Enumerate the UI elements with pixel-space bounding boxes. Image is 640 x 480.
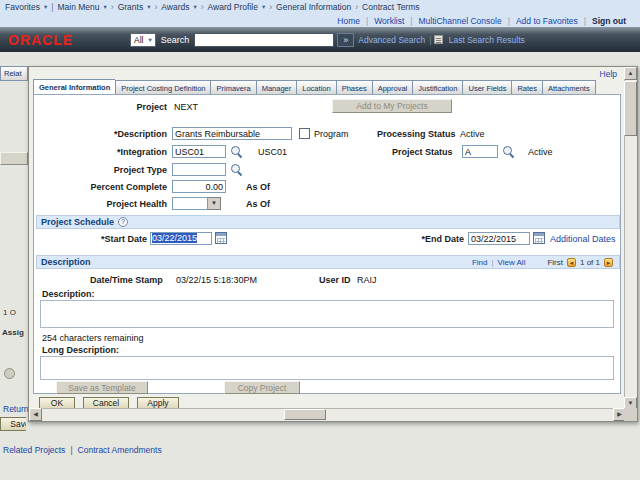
tab-manager[interactable]: Manager [256,80,297,95]
utility-bar: Home | Worklist | MultiChannel Console |… [0,14,640,27]
percent-complete-input[interactable] [172,180,226,193]
project-status-label: Project Status [392,147,453,157]
home-link[interactable]: Home [337,16,360,26]
breadcrumb-grants[interactable]: Grants [118,2,144,12]
advanced-search-link[interactable]: Advanced Search [358,35,425,45]
tab-rates[interactable]: Rates [511,80,542,95]
scroll-left-icon[interactable]: ◀ [29,408,42,421]
link-separator: | [429,35,431,45]
program-checkbox[interactable] [299,128,310,139]
section-navigation: Find | View All First ◂ 1 of 1 ▸ [472,258,615,267]
breadcrumb-awards[interactable]: Awards [161,2,189,12]
breadcrumb-separator: › [201,2,204,12]
search-scope-select[interactable]: All ▾ [130,33,156,47]
horizontal-scrollbar[interactable]: ◀ ▶ [29,408,626,421]
breadcrumb-separator: | [51,2,53,12]
project-status-lookup-icon[interactable] [502,145,514,157]
pager-next-icon[interactable]: ▸ [604,258,613,267]
link-separator: | [584,16,586,26]
project-status-input[interactable] [462,145,498,158]
as-of-label: As Of [246,182,270,192]
search-go-button[interactable]: » [337,33,354,47]
breadcrumb-separator: › [111,2,114,12]
last-search-results-icon [434,35,443,44]
breadcrumb-favorites[interactable]: Favorites [5,2,40,12]
last-search-results-link[interactable]: Last Search Results [449,35,525,45]
vertical-scrollbar[interactable]: ▲ ▼ [624,67,637,410]
link-separator: | [491,258,493,267]
help-link[interactable]: Help [600,69,617,79]
pager-previous-icon[interactable]: ◂ [567,258,576,267]
view-all-link[interactable]: View All [498,258,526,267]
project-schedule-section-header: Project Schedule ? [36,215,620,229]
breadcrumb-separator: › [269,2,272,12]
background-tab-related[interactable]: Relat [0,66,28,81]
background-radio-fragment[interactable] [4,368,15,379]
integration-input[interactable] [172,145,226,158]
end-date-calendar-icon[interactable] [533,232,545,244]
add-to-my-projects-button[interactable]: Add to My Projects [332,99,452,113]
chevron-down-icon: ▾ [44,3,47,11]
project-health-label: Project Health [34,199,167,209]
footer-links: Related Projects | Contract Amendments [3,445,162,455]
description-section-header: Description Find | View All First ◂ 1 of… [36,255,620,269]
link-separator: | [70,445,72,455]
related-projects-link[interactable]: Related Projects [3,445,65,455]
breadcrumb: Favorites▾ | Main Menu▾ › Grants▾ › Awar… [0,0,640,14]
sign-out-link[interactable]: Sign out [592,16,626,26]
datetime-stamp-label: Date/Time Stamp [90,275,163,285]
tab-primavera[interactable]: Primavera [210,80,255,95]
find-link[interactable]: Find [472,258,488,267]
tab-justification[interactable]: Justification [412,80,462,95]
tab-location[interactable]: Location [296,80,335,95]
start-date-input[interactable]: 03/22/2015 [150,232,212,245]
description-section-title: Description [41,257,91,267]
save-as-template-button[interactable]: Save as Template [56,381,148,394]
worklist-link[interactable]: Worklist [374,16,404,26]
project-type-input[interactable] [172,163,226,176]
search-input[interactable] [194,33,334,47]
help-icon[interactable]: ? [118,217,128,227]
tab-approval[interactable]: Approval [372,80,413,95]
project-type-lookup-icon[interactable] [230,163,242,175]
breadcrumb-general-information[interactable]: General Information [276,2,351,12]
horizontal-scrollbar-thumb[interactable] [284,409,326,420]
add-to-favorites-link[interactable]: Add to Favorites [516,16,578,26]
breadcrumb-contract-terms[interactable]: Contract Terms [362,2,419,12]
project-status-detail: Active [528,147,553,157]
tab-phases[interactable]: Phases [336,80,372,95]
oracle-logo: ORACLE [8,32,130,48]
copy-project-button[interactable]: Copy Project [224,381,300,394]
description-input[interactable] [172,127,292,140]
breadcrumb-separator: › [355,2,358,12]
breadcrumb-award-profile[interactable]: Award Profile [208,2,258,12]
return-link[interactable]: Return [3,404,29,414]
end-date-input[interactable] [468,232,530,245]
integration-lookup-icon[interactable] [230,145,242,157]
scroll-up-icon[interactable]: ▲ [624,67,637,80]
long-description-textarea[interactable] [40,356,614,380]
start-date-calendar-icon[interactable] [215,232,227,244]
project-schedule-title: Project Schedule [41,217,114,227]
save-button[interactable]: Save [0,417,26,431]
description-field-label: Description: [42,289,95,299]
pager-position: 1 of 1 [580,258,600,267]
multichannel-console-link[interactable]: MultiChannel Console [419,16,502,26]
additional-dates-link[interactable]: Additional Dates [550,234,616,244]
start-date-value: 03/22/2015 [152,233,197,243]
tab-project-costing-definition[interactable]: Project Costing Definition [115,80,210,95]
characters-remaining: 254 characters remaining [42,333,144,343]
tab-general-information[interactable]: General Information [33,79,115,95]
tab-attachments[interactable]: Attachments [542,80,596,95]
vertical-scrollbar-thumb[interactable] [624,81,637,136]
chevron-down-icon[interactable]: ▼ [208,197,221,210]
scrollbar-corner [624,408,637,421]
description-textarea[interactable] [40,300,614,328]
start-date-label: *Start Date [37,234,147,244]
breadcrumb-main-menu[interactable]: Main Menu [57,2,99,12]
tab-content: Project NEXT Add to My Projects *Descrip… [33,94,621,394]
tab-user-fields[interactable]: User Fields [462,80,511,95]
screen: Favorites▾ | Main Menu▾ › Grants▾ › Awar… [0,0,640,480]
project-health-select[interactable]: ▼ [172,197,221,210]
contract-amendments-link[interactable]: Contract Amendments [78,445,162,455]
